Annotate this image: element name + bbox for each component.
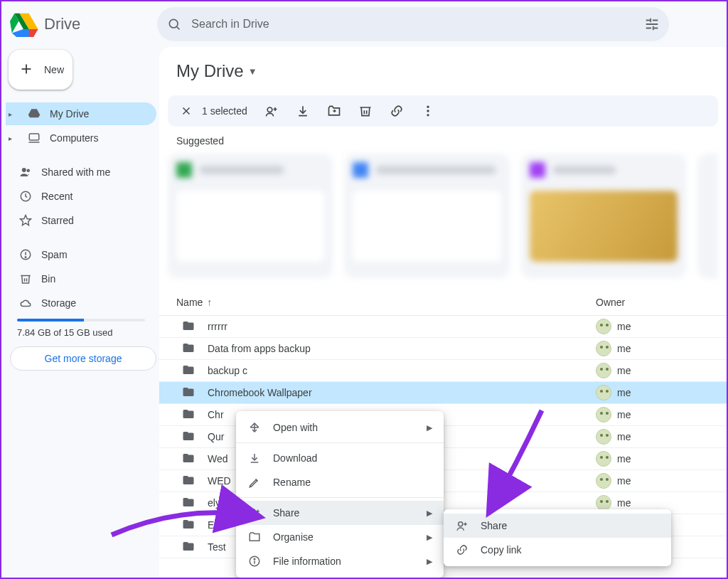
submenu-share[interactable]: Share bbox=[444, 514, 671, 538]
menu-label: Download bbox=[273, 452, 317, 464]
more-selection-button[interactable] bbox=[415, 98, 441, 124]
storage-bar bbox=[17, 319, 145, 322]
submenu-label: Share bbox=[481, 520, 507, 531]
star-icon bbox=[18, 214, 33, 227]
menu-download[interactable]: Download bbox=[236, 446, 444, 470]
chevron-right-icon[interactable]: ▸ bbox=[9, 110, 18, 118]
table-row[interactable]: backup cme bbox=[159, 360, 727, 382]
owner-label: me bbox=[617, 343, 631, 354]
sidebar-item-label: Computers bbox=[50, 132, 98, 144]
sidebar-item-spam[interactable]: Spam bbox=[6, 243, 156, 266]
file-name: Chromebook Wallpaper bbox=[208, 387, 596, 398]
search-bar[interactable] bbox=[157, 7, 669, 41]
download-selection-button[interactable] bbox=[290, 98, 316, 124]
sidebar-item-label: Spam bbox=[41, 249, 68, 260]
submenu-label: Copy link bbox=[481, 544, 522, 556]
link-icon bbox=[455, 543, 469, 556]
breadcrumb[interactable]: My Drive ▼ bbox=[169, 58, 264, 84]
submenu-copy-link[interactable]: Copy link bbox=[444, 538, 671, 562]
sidebar-item-computers[interactable]: ▸ Computers bbox=[6, 127, 156, 149]
link-selection-button[interactable] bbox=[384, 98, 410, 124]
suggested-card[interactable] bbox=[168, 154, 333, 278]
chevron-right-icon: ▶ bbox=[427, 533, 432, 542]
cloud-icon bbox=[18, 297, 33, 309]
delete-selection-button[interactable] bbox=[353, 98, 378, 124]
menu-share[interactable]: Share ▶ bbox=[236, 501, 444, 525]
menu-file-info[interactable]: File information ▶ bbox=[236, 549, 444, 573]
svg-point-23 bbox=[427, 110, 429, 112]
owner-label: me bbox=[617, 365, 631, 376]
new-button[interactable]: New bbox=[9, 50, 73, 90]
person-add-icon bbox=[247, 506, 262, 519]
suggested-heading: Suggested bbox=[176, 135, 727, 147]
owner-label: me bbox=[617, 453, 631, 464]
chevron-right-icon[interactable]: ▸ bbox=[9, 134, 18, 142]
person-add-icon bbox=[455, 519, 469, 532]
chevron-right-icon: ▶ bbox=[427, 557, 432, 566]
selection-count: 1 selected bbox=[202, 105, 247, 117]
owner-cell: me bbox=[596, 451, 710, 467]
owner-label: me bbox=[617, 475, 631, 487]
clock-icon bbox=[18, 190, 33, 203]
table-row[interactable]: rrrrrrme bbox=[159, 316, 727, 338]
avatar-icon bbox=[596, 407, 611, 423]
folder-icon bbox=[182, 408, 196, 423]
avatar-icon bbox=[596, 451, 611, 467]
chevron-right-icon: ▶ bbox=[427, 423, 432, 432]
search-input[interactable] bbox=[183, 18, 643, 31]
menu-label: Open with bbox=[273, 422, 318, 433]
sort-arrow-icon[interactable]: ↑ bbox=[207, 297, 212, 308]
context-menu: Open with ▶ Download Rename Share ▶ Orga… bbox=[236, 411, 444, 578]
share-selection-button[interactable] bbox=[259, 98, 284, 124]
owner-cell: me bbox=[596, 473, 710, 489]
suggested-card[interactable] bbox=[344, 154, 509, 278]
share-submenu: Share Copy link bbox=[444, 509, 671, 566]
avatar-icon bbox=[596, 429, 611, 445]
menu-label: Share bbox=[273, 507, 299, 519]
sidebar-item-recent[interactable]: Recent bbox=[6, 185, 156, 208]
product-brand[interactable]: Drive bbox=[10, 10, 80, 38]
sidebar-item-label: Recent bbox=[41, 191, 73, 202]
owner-label: me bbox=[617, 497, 631, 509]
pencil-icon bbox=[247, 476, 262, 489]
sidebar-item-label: Storage bbox=[41, 297, 76, 309]
search-options-icon[interactable] bbox=[643, 16, 660, 33]
avatar-icon bbox=[596, 319, 611, 334]
table-header: Name ↑ Owner bbox=[159, 290, 727, 316]
menu-open-with[interactable]: Open with ▶ bbox=[236, 415, 444, 440]
sidebar-item-label: Shared with me bbox=[41, 166, 110, 178]
svg-rect-3 bbox=[653, 26, 654, 31]
sidebar: New ▸ My Drive ▸ Computers bbox=[1, 47, 156, 578]
owner-cell: me bbox=[596, 495, 710, 511]
menu-organise[interactable]: Organise ▶ bbox=[236, 525, 444, 549]
sidebar-item-bin[interactable]: Bin bbox=[6, 267, 156, 290]
spam-icon bbox=[18, 248, 33, 261]
svg-point-17 bbox=[267, 107, 272, 112]
move-selection-button[interactable] bbox=[321, 98, 347, 124]
col-name-label[interactable]: Name bbox=[176, 297, 203, 308]
owner-label: me bbox=[617, 321, 631, 332]
people-icon bbox=[18, 166, 33, 179]
col-owner-label[interactable]: Owner bbox=[596, 297, 710, 308]
owner-label: me bbox=[617, 387, 631, 398]
folder-icon bbox=[182, 341, 196, 356]
table-row[interactable]: Chromebook Wallpaperme bbox=[159, 382, 727, 404]
sidebar-item-my-drive[interactable]: ▸ My Drive bbox=[6, 102, 156, 125]
sidebar-item-shared[interactable]: Shared with me bbox=[6, 161, 156, 184]
drive-logo-icon bbox=[10, 10, 38, 38]
suggested-card[interactable] bbox=[521, 154, 686, 278]
sidebar-item-storage[interactable]: Storage bbox=[6, 292, 156, 314]
owner-cell: me bbox=[596, 407, 710, 423]
selection-toolbar: 1 selected bbox=[168, 95, 718, 127]
table-row[interactable]: Data from apps backupme bbox=[159, 338, 727, 360]
sidebar-item-label: My Drive bbox=[50, 108, 89, 119]
get-storage-button[interactable]: Get more storage bbox=[10, 346, 156, 371]
sidebar-item-starred[interactable]: Starred bbox=[6, 209, 156, 232]
svg-point-24 bbox=[427, 114, 429, 116]
clear-selection-button[interactable] bbox=[176, 101, 196, 121]
folder-icon bbox=[182, 474, 196, 489]
menu-rename[interactable]: Rename bbox=[236, 470, 444, 494]
svg-rect-6 bbox=[29, 134, 39, 140]
suggested-card-edge bbox=[697, 154, 718, 278]
file-name: rrrrrr bbox=[208, 321, 596, 332]
